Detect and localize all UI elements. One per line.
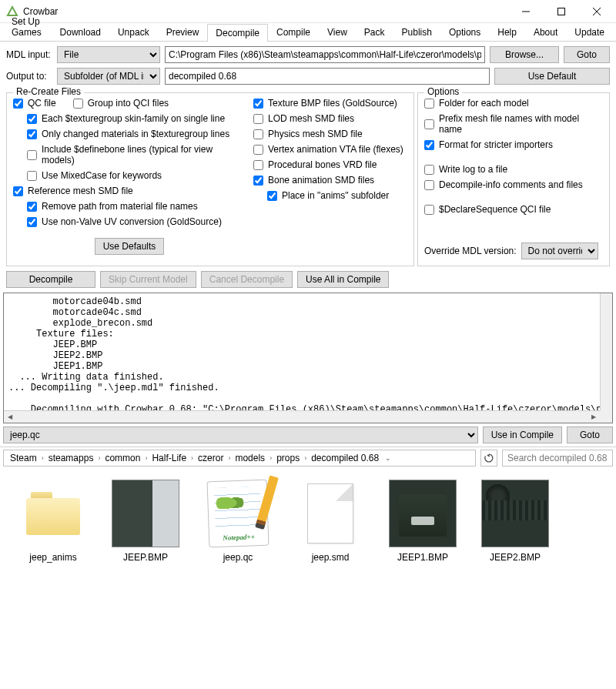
log-scrollbar-vertical[interactable] (600, 293, 612, 410)
prefix-mesh-checkbox[interactable] (424, 119, 434, 129)
scroll-left-icon[interactable]: ◀ (4, 411, 16, 423)
file-name-label: jeep_anims (29, 552, 76, 563)
file-name-label: jeep.qc (223, 552, 253, 563)
tab-set-up-games[interactable]: Set Up Games (3, 12, 52, 41)
declare-seq-checkbox[interactable] (424, 205, 434, 215)
definebone-checkbox[interactable] (27, 150, 37, 160)
breadcrumb-item[interactable]: Steam (7, 453, 40, 463)
bmp-thumbnail-icon (389, 480, 457, 547)
file-name-label: jeep.smd (312, 552, 350, 563)
tab-preview[interactable]: Preview (158, 23, 208, 41)
tab-download[interactable]: Download (52, 23, 109, 41)
write-log-checkbox[interactable] (424, 165, 434, 175)
breadcrumb-item[interactable]: czeror (195, 453, 226, 463)
vta-checkbox[interactable] (253, 145, 263, 155)
tab-publish[interactable]: Publish (393, 23, 440, 41)
minimize-button[interactable] (508, 0, 544, 23)
compile-file-select[interactable]: jeep.qc (3, 426, 478, 443)
goto-mdl-button[interactable]: Goto (564, 46, 610, 63)
group-qci-checkbox[interactable] (73, 99, 83, 109)
tab-compile[interactable]: Compile (268, 23, 319, 41)
lod-mesh-checkbox[interactable] (253, 114, 263, 124)
tab-view[interactable]: View (319, 23, 356, 41)
bmp-thumbnail-icon (112, 480, 179, 547)
log-panel: motorcade04b.smd motorcade04c.smd explod… (3, 293, 613, 423)
qc-file-checkbox[interactable] (13, 99, 23, 109)
output-to-label: Output to: (6, 71, 52, 82)
mdl-input-path[interactable] (165, 46, 485, 63)
physics-mesh-checkbox[interactable] (253, 129, 263, 139)
texture-bmp-checkbox[interactable] (253, 99, 263, 109)
tab-pack[interactable]: Pack (356, 23, 393, 41)
breadcrumb-item[interactable]: common (102, 453, 143, 463)
file-item[interactable]: JEEP1.BMP (388, 480, 457, 563)
file-name-label: JEEP.BMP (123, 552, 168, 563)
breadcrumb[interactable]: Steam›steamapps›common›Half-Life›czeror›… (3, 450, 476, 467)
refmesh-checkbox[interactable] (13, 186, 23, 196)
window-title: Crowbar (23, 6, 508, 17)
format-strict-checkbox[interactable] (424, 140, 434, 150)
blank-document-icon (296, 480, 364, 547)
goto-compile-button[interactable]: Goto (567, 426, 613, 443)
svg-rect-1 (558, 8, 565, 15)
override-label: Override MDL version: (424, 246, 517, 256)
breadcrumb-item[interactable]: props (273, 453, 303, 463)
tab-help[interactable]: Help (489, 23, 525, 41)
file-item[interactable]: jeep.qc (203, 480, 273, 563)
tab-options[interactable]: Options (440, 23, 489, 41)
nonvalve-uv-checkbox[interactable] (27, 217, 37, 227)
remove-path-checkbox[interactable] (27, 202, 37, 212)
tab-decompile[interactable]: Decompile (207, 24, 268, 42)
tab-update[interactable]: Update (566, 23, 613, 41)
file-item[interactable]: jeep.smd (296, 480, 365, 563)
chevron-down-icon[interactable]: ⌄ (382, 454, 394, 462)
use-default-button[interactable]: Use Default (494, 68, 610, 85)
override-select[interactable]: Do not override (521, 242, 598, 259)
mdl-input-mode-select[interactable]: File (57, 46, 160, 63)
file-item[interactable]: JEEP2.BMP (480, 480, 550, 563)
only-changed-checkbox[interactable] (27, 129, 37, 139)
output-folder-input[interactable] (165, 68, 490, 85)
tab-about[interactable]: About (525, 23, 566, 41)
decompile-button[interactable]: Decompile (6, 271, 95, 288)
mixedcase-checkbox[interactable] (27, 171, 37, 181)
file-view: jeep_animsJEEP.BMPjeep.qcjeep.smdJEEP1.B… (0, 469, 616, 574)
log-scrollbar-horizontal[interactable]: ◀▶ (4, 410, 600, 423)
folder-icon (19, 480, 87, 547)
folder-each-checkbox[interactable] (424, 99, 434, 109)
place-anims-checkbox[interactable] (267, 191, 277, 201)
maximize-button[interactable] (544, 0, 579, 23)
use-all-compile-button[interactable]: Use All in Compile (297, 271, 389, 288)
output-mode-select[interactable]: Subfolder (of MDL input) (57, 68, 160, 85)
log-text[interactable]: motorcade04b.smd motorcade04c.smd explod… (4, 293, 612, 416)
search-box[interactable]: Search decompiled 0.68 (502, 450, 613, 467)
options-group: Options Folder for each model Prefix mes… (417, 92, 610, 266)
breadcrumb-item[interactable]: Half-Life (149, 453, 189, 463)
breadcrumb-item[interactable]: models (232, 453, 268, 463)
chevron-right-icon: › (303, 454, 308, 462)
bone-anim-checkbox[interactable] (253, 176, 263, 186)
decompile-info-checkbox[interactable] (424, 180, 434, 190)
use-defaults-button[interactable]: Use Defaults (95, 238, 165, 255)
refresh-button[interactable] (480, 450, 497, 467)
title-bar: Crowbar (0, 0, 616, 23)
chevron-right-icon: › (96, 454, 102, 462)
breadcrumb-item[interactable]: decompiled 0.68 (308, 453, 382, 463)
browse-button[interactable]: Browse... (490, 46, 559, 63)
vrd-checkbox[interactable] (253, 160, 263, 170)
skip-model-button: Skip Current Model (100, 271, 196, 288)
main-tabs: Set Up GamesDownloadUnpackPreviewDecompi… (0, 23, 616, 42)
texgroup-single-checkbox[interactable] (27, 114, 37, 124)
refresh-icon (484, 453, 494, 463)
tab-unpack[interactable]: Unpack (109, 23, 158, 41)
file-name-label: JEEP1.BMP (397, 552, 448, 563)
close-button[interactable] (579, 0, 614, 23)
breadcrumb-item[interactable]: steamapps (45, 453, 97, 463)
recreate-files-group: Re-Create Files QC file Group into QCI f… (6, 92, 414, 266)
file-item[interactable]: JEEP.BMP (111, 480, 180, 563)
scroll-right-icon[interactable]: ▶ (588, 411, 600, 423)
use-in-compile-button[interactable]: Use in Compile (483, 426, 562, 443)
file-item[interactable]: jeep_anims (18, 480, 88, 563)
chevron-right-icon: › (268, 454, 273, 462)
chevron-right-icon: › (189, 454, 195, 462)
